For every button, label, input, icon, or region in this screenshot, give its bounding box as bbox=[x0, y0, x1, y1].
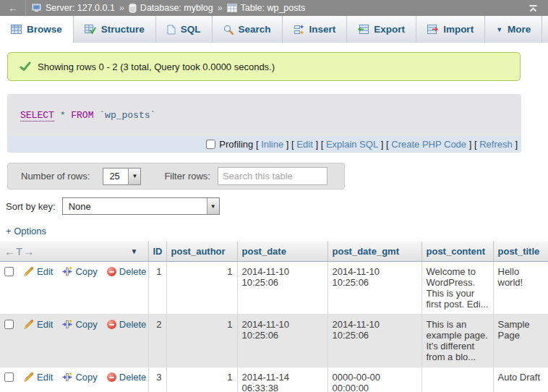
copy-row-link[interactable]: Copy bbox=[62, 266, 97, 277]
delete-icon bbox=[107, 372, 116, 382]
chevron-down-icon: ▼ bbox=[207, 198, 219, 214]
cell-id: 2 bbox=[148, 315, 166, 367]
breadcrumb-bar: ← Server: 127.0.0.1 » Database: myblog »… bbox=[0, 0, 548, 16]
chevron-down-icon: ▼ bbox=[496, 26, 502, 33]
profiling-checkbox[interactable] bbox=[206, 140, 215, 149]
results-table: ←T→ ▼ ID post_author post_date post_date… bbox=[0, 242, 548, 392]
tab-more[interactable]: ▼ More bbox=[485, 16, 542, 43]
delete-label: Delete bbox=[119, 319, 147, 330]
tab-browse[interactable]: Browse bbox=[0, 16, 74, 43]
server-icon bbox=[32, 4, 42, 12]
tab-search[interactable]: Search bbox=[213, 16, 283, 43]
browse-icon bbox=[11, 25, 22, 34]
breadcrumb-database[interactable]: Database: myblog bbox=[129, 3, 213, 13]
cell-post-title: Auto Draft bbox=[493, 367, 548, 392]
cell-post-content bbox=[421, 367, 493, 392]
edit-row-link[interactable]: Edit bbox=[23, 319, 53, 330]
bracket: ] bbox=[515, 139, 518, 150]
tab-structure[interactable]: Structure bbox=[74, 16, 156, 43]
table-header-row: ←T→ ▼ ID post_author post_date post_date… bbox=[0, 242, 548, 262]
tab-search-label: Search bbox=[239, 24, 271, 35]
cell-post-author: 1 bbox=[166, 262, 237, 315]
copy-icon bbox=[62, 320, 72, 329]
column-header-post-author[interactable]: post_author bbox=[166, 242, 237, 262]
delete-label: Delete bbox=[119, 266, 147, 277]
breadcrumb-table[interactable]: Table: wp_posts bbox=[227, 3, 306, 13]
tab-insert-label: Insert bbox=[309, 24, 336, 35]
rows-filter-bar: Number of rows: 25 ▼ Filter rows: bbox=[7, 163, 345, 189]
column-header-actions[interactable]: ←T→ ▼ bbox=[0, 242, 148, 262]
breadcrumb-table-label[interactable]: Table: wp_posts bbox=[241, 3, 306, 13]
row-checkbox[interactable] bbox=[4, 372, 14, 382]
sql-table-name: `wp_posts` bbox=[99, 110, 155, 121]
num-rows-select[interactable]: 25 ▼ bbox=[103, 168, 141, 185]
copy-row-link[interactable]: Copy bbox=[62, 319, 97, 330]
pencil-icon bbox=[23, 266, 34, 277]
delete-row-link[interactable]: Delete bbox=[107, 266, 147, 277]
database-icon bbox=[129, 4, 137, 13]
edit-label: Edit bbox=[37, 372, 53, 383]
column-header-id[interactable]: ID bbox=[148, 242, 166, 262]
table-icon bbox=[227, 4, 237, 12]
column-header-post-date[interactable]: post_date bbox=[237, 242, 327, 262]
sql-keyword-select[interactable]: SELECT bbox=[20, 110, 54, 122]
tab-insert[interactable]: Insert bbox=[283, 16, 348, 43]
copy-icon bbox=[62, 372, 72, 382]
column-header-post-date-gmt[interactable]: post_date_gmt bbox=[327, 242, 421, 262]
copy-icon bbox=[62, 267, 72, 276]
refresh-link[interactable]: Refresh bbox=[479, 139, 513, 150]
sql-keyword-from: FROM bbox=[71, 110, 93, 121]
sort-caret-icon[interactable]: ▼ bbox=[131, 247, 138, 255]
table-row: Edit Copy Delete 1 1 2014-11-10 10:25:06… bbox=[0, 262, 548, 315]
cell-post-author: 1 bbox=[166, 315, 237, 367]
row-checkbox[interactable] bbox=[4, 320, 14, 329]
filter-rows-label: Filter rows: bbox=[164, 171, 210, 182]
cell-post-author: 1 bbox=[166, 367, 237, 392]
tab-import[interactable]: Import bbox=[416, 16, 485, 43]
cell-post-date-gmt: 2014-11-10 10:25:06 bbox=[327, 262, 421, 315]
copy-row-link[interactable]: Copy bbox=[62, 372, 97, 383]
success-check-icon bbox=[20, 61, 31, 72]
tab-export[interactable]: Export bbox=[347, 16, 416, 43]
edit-label: Edit bbox=[37, 319, 53, 330]
delete-label: Delete bbox=[119, 372, 147, 383]
collapse-panel-button[interactable] bbox=[528, 4, 538, 12]
breadcrumb-server-label[interactable]: Server: 127.0.0.1 bbox=[46, 3, 115, 13]
tab-sql[interactable]: SQL bbox=[156, 16, 213, 43]
edit-row-link[interactable]: Edit bbox=[23, 266, 53, 277]
insert-icon bbox=[294, 25, 304, 35]
back-button[interactable]: ← bbox=[0, 0, 26, 16]
cell-post-content: This is an example page. It's different … bbox=[421, 315, 493, 367]
breadcrumb-database-label[interactable]: Database: myblog bbox=[140, 3, 213, 13]
back-arrow-icon: ← bbox=[8, 3, 17, 14]
table-row: Edit Copy Delete 2 1 2014-11-10 10:25:06… bbox=[0, 315, 548, 367]
copy-label: Copy bbox=[75, 372, 97, 383]
pencil-icon bbox=[23, 372, 34, 383]
delete-row-link[interactable]: Delete bbox=[107, 372, 147, 383]
row-checkbox[interactable] bbox=[4, 267, 14, 276]
breadcrumb-server[interactable]: Server: 127.0.0.1 bbox=[32, 3, 115, 13]
options-toggle-link[interactable]: + Options bbox=[6, 226, 46, 237]
sort-by-key-value: None bbox=[63, 198, 207, 214]
sort-by-key-select[interactable]: None ▼ bbox=[62, 197, 220, 215]
tab-sql-label: SQL bbox=[181, 24, 201, 35]
column-header-post-content[interactable]: post_content bbox=[421, 242, 493, 262]
edit-row-link[interactable]: Edit bbox=[23, 372, 53, 383]
phpmyadmin-page: ← Server: 127.0.0.1 » Database: myblog »… bbox=[0, 0, 548, 392]
column-header-post-title[interactable]: post_title bbox=[493, 242, 548, 262]
delete-row-link[interactable]: Delete bbox=[107, 319, 147, 330]
cell-post-title: Sample Page bbox=[493, 315, 548, 367]
create-php-code-link[interactable]: Create PHP Code bbox=[391, 139, 466, 150]
cell-post-date-gmt: 0000-00-00 00:00:00 bbox=[327, 367, 421, 392]
cell-post-content: Welcome to WordPress. This is your first… bbox=[421, 262, 493, 315]
sql-query-box: SELECT * FROM `wp_posts` bbox=[7, 94, 521, 136]
explain-sql-link[interactable]: Explain SQL bbox=[326, 139, 378, 150]
filter-rows-input[interactable] bbox=[218, 167, 327, 185]
import-icon bbox=[427, 25, 438, 34]
tab-structure-label: Structure bbox=[101, 24, 145, 35]
inline-link[interactable]: Inline bbox=[261, 139, 283, 150]
tab-bar: Browse Structure SQL Search Insert Expor… bbox=[0, 16, 548, 43]
status-message: Showing rows 0 - 2 (3 total, Query took … bbox=[7, 52, 521, 81]
copy-label: Copy bbox=[75, 266, 97, 277]
edit-query-link[interactable]: Edit bbox=[296, 139, 312, 150]
